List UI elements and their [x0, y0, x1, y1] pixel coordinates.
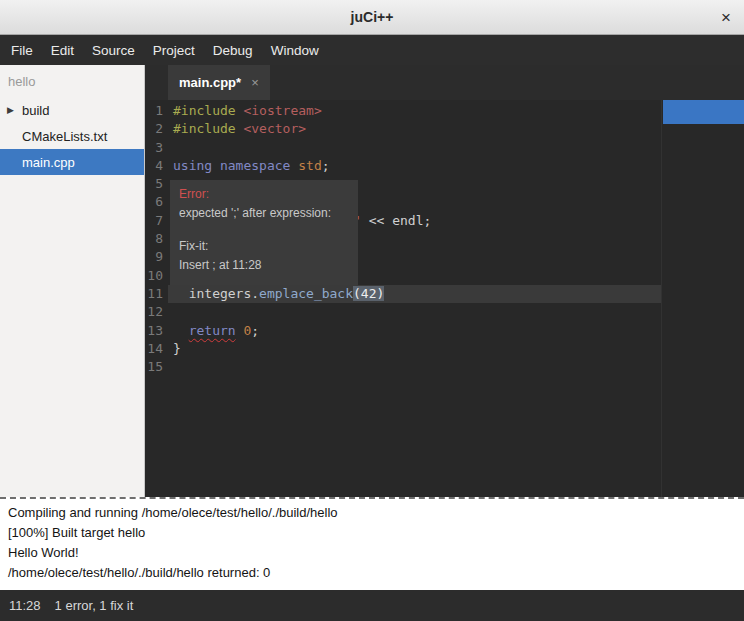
code-line[interactable]: using namespace std; [168, 157, 744, 175]
line-number: 7 [145, 212, 163, 230]
tab-main-cpp[interactable]: main.cpp* × [168, 65, 270, 100]
main-content: hello ▶buildCMakeLists.txtmain.cpp main.… [0, 65, 744, 497]
console-line: Hello World! [8, 543, 736, 563]
tab-label: main.cpp* [179, 75, 241, 90]
code-line[interactable] [168, 303, 744, 321]
expander-icon[interactable]: ▶ [7, 105, 14, 115]
build-output-console[interactable]: Compiling and running /home/olece/test/h… [0, 497, 744, 590]
cursor-position: 11:28 [9, 598, 41, 613]
code-area[interactable]: #include <iostream>#include <vector>usin… [168, 100, 744, 497]
line-number: 1 [145, 102, 163, 120]
line-number: 3 [145, 139, 163, 157]
tab-bar: main.cpp* × [145, 65, 744, 100]
diagnostic-tooltip: Error: expected ';' after expression: Fi… [170, 180, 358, 285]
console-line: Compiling and running /home/olece/test/h… [8, 503, 736, 523]
line-number: 10 [145, 267, 163, 285]
window-close-button[interactable]: × [721, 9, 731, 26]
line-number: 4 [145, 157, 163, 175]
line-number: 5 [145, 175, 163, 193]
window-title: juCi++ [351, 9, 394, 25]
app-window: juCi++ × FileEditSourceProjectDebugWindo… [0, 0, 744, 621]
line-number: 8 [145, 230, 163, 248]
tree-item-cmakelists-txt[interactable]: CMakeLists.txt [0, 123, 144, 149]
tree-item-label: main.cpp [22, 155, 75, 170]
line-number: 6 [145, 193, 163, 211]
tooltip-error-text: expected ';' after expression: [179, 204, 349, 223]
console-line: /home/olece/test/hello/./build/hello ret… [8, 563, 736, 583]
sidebar: hello ▶buildCMakeLists.txtmain.cpp [0, 65, 145, 497]
console-line: [100%] Built target hello [8, 523, 736, 543]
diagnostics-summary: 1 error, 1 fix it [55, 598, 134, 613]
line-number: 9 [145, 248, 163, 266]
code-line[interactable]: #include <iostream> [168, 102, 744, 120]
tooltip-fixit-text: Insert ; at 11:28 [179, 256, 349, 275]
code-line[interactable] [168, 358, 744, 376]
menu-item-debug[interactable]: Debug [204, 38, 262, 63]
line-number: 15 [145, 358, 163, 376]
tooltip-error-label: Error: [179, 185, 349, 204]
code-line[interactable]: integers.emplace_back(42) [168, 285, 661, 303]
title-bar: juCi++ × [0, 0, 744, 35]
status-bar: 11:28 1 error, 1 fix it [0, 590, 744, 621]
tree-item-main-cpp[interactable]: main.cpp [0, 149, 144, 175]
tree-item-label: CMakeLists.txt [22, 129, 107, 144]
line-number: 14 [145, 340, 163, 358]
tree-item-build[interactable]: ▶build [0, 97, 144, 123]
line-number: 11 [145, 285, 163, 303]
editor-area: main.cpp* × 123456789101112131415 #inclu… [145, 65, 744, 497]
menu-item-file[interactable]: File [2, 38, 42, 63]
line-number: 2 [145, 120, 163, 138]
code-line[interactable]: } [168, 340, 744, 358]
menu-item-edit[interactable]: Edit [42, 38, 83, 63]
code-editor[interactable]: 123456789101112131415 #include <iostream… [145, 100, 744, 497]
code-line[interactable]: return 0; [168, 322, 744, 340]
project-name: hello [0, 65, 144, 97]
line-number-gutter: 123456789101112131415 [145, 100, 168, 497]
line-number: 12 [145, 303, 163, 321]
code-line[interactable] [168, 139, 744, 157]
menu-bar: FileEditSourceProjectDebugWindow [0, 35, 744, 65]
menu-item-window[interactable]: Window [262, 38, 328, 63]
tab-close-icon[interactable]: × [251, 75, 259, 90]
code-line[interactable]: #include <vector> [168, 120, 744, 138]
scrollbar-thumb[interactable] [663, 100, 744, 124]
line-number: 13 [145, 322, 163, 340]
menu-item-source[interactable]: Source [83, 38, 144, 63]
tree-item-label: build [22, 103, 49, 118]
right-margin-line [661, 100, 662, 497]
menu-item-project[interactable]: Project [144, 38, 204, 63]
file-tree: ▶buildCMakeLists.txtmain.cpp [0, 97, 144, 175]
tooltip-fixit-label: Fix-it: [179, 237, 349, 256]
